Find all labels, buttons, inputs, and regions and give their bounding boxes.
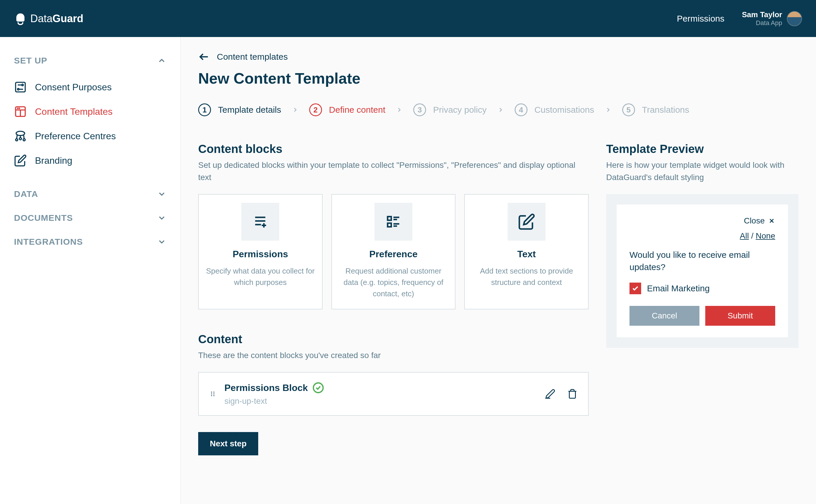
preview-desc: Here is how your template widget would l… bbox=[606, 159, 799, 184]
preview-close[interactable]: Close bbox=[630, 216, 775, 225]
step-template-details[interactable]: 1 Template details bbox=[198, 103, 281, 116]
sidebar-section-setup[interactable]: SET UP bbox=[14, 49, 166, 73]
close-icon bbox=[768, 217, 775, 224]
preview-all-none: All / None bbox=[630, 231, 775, 241]
svg-point-29 bbox=[211, 392, 212, 393]
block-desc: Specify what data you collect for which … bbox=[206, 265, 315, 288]
chevron-down-icon bbox=[157, 213, 166, 223]
brand-name: DataGuard bbox=[30, 13, 83, 25]
sliders-icon bbox=[14, 81, 27, 94]
step-label: Define content bbox=[329, 105, 385, 115]
step-define-content[interactable]: 2 Define content bbox=[309, 103, 385, 116]
sidebar-section-integrations[interactable]: INTEGRATIONS bbox=[14, 230, 166, 254]
svg-point-31 bbox=[211, 393, 212, 394]
step-label: Template details bbox=[218, 105, 281, 115]
sidebar-item-label: Branding bbox=[35, 155, 72, 166]
svg-rect-0 bbox=[16, 82, 25, 92]
sidebar-section-documents[interactable]: DOCUMENTS bbox=[14, 206, 166, 230]
svg-point-15 bbox=[19, 138, 21, 140]
sidebar-section-title: DATA bbox=[14, 189, 38, 199]
step-number: 3 bbox=[413, 103, 426, 116]
block-card-preference[interactable]: Preference Request additional customer d… bbox=[331, 194, 456, 309]
edit-icon bbox=[14, 154, 27, 167]
block-title: Permissions bbox=[206, 249, 315, 260]
preview-box: Close All / None Would you like to recei… bbox=[606, 194, 799, 348]
drag-handle-icon[interactable] bbox=[209, 390, 216, 397]
sidebar-section-data[interactable]: DATA bbox=[14, 182, 166, 206]
brand-icon bbox=[14, 12, 27, 25]
edit-box-icon bbox=[518, 213, 535, 230]
sidebar-item-content-templates[interactable]: Content Templates bbox=[14, 99, 166, 124]
content-item: Permissions Block sign-up-text bbox=[198, 372, 589, 416]
chevron-right-icon bbox=[396, 106, 403, 113]
preview-all-link[interactable]: All bbox=[740, 231, 749, 240]
content-item-subtitle: sign-up-text bbox=[224, 396, 537, 406]
user-menu[interactable]: Sam Taylor Data App bbox=[742, 10, 802, 27]
preview-submit-button[interactable]: Submit bbox=[705, 306, 775, 326]
sidebar: SET UP Consent Purposes Content Template… bbox=[0, 37, 181, 504]
svg-point-4 bbox=[17, 89, 19, 90]
next-step-button[interactable]: Next step bbox=[198, 432, 258, 455]
content-title: Content bbox=[198, 333, 589, 346]
breadcrumb-label: Content templates bbox=[217, 52, 288, 62]
preview-none-link[interactable]: None bbox=[756, 231, 775, 240]
content-item-title: Permissions Block bbox=[224, 383, 308, 393]
trash-icon[interactable] bbox=[567, 389, 578, 399]
logo[interactable]: DataGuard bbox=[14, 12, 83, 25]
layout-icon bbox=[14, 105, 27, 118]
sidebar-item-branding[interactable]: Branding bbox=[14, 148, 166, 173]
block-title: Preference bbox=[339, 249, 448, 260]
svg-point-32 bbox=[213, 393, 214, 394]
nav-permissions[interactable]: Permissions bbox=[677, 14, 724, 24]
svg-rect-23 bbox=[387, 217, 391, 221]
block-card-permissions[interactable]: Permissions Specify what data you collec… bbox=[198, 194, 322, 309]
step-label: Translations bbox=[642, 105, 689, 115]
step-number: 5 bbox=[622, 103, 635, 116]
sidebar-section-title: SET UP bbox=[14, 56, 47, 66]
sidebar-item-consent-purposes[interactable]: Consent Purposes bbox=[14, 75, 166, 99]
sidebar-item-preference-centres[interactable]: Preference Centres bbox=[14, 124, 166, 148]
checkbox-icon[interactable] bbox=[630, 283, 641, 294]
preview-question: Would you like to receive email updates? bbox=[630, 249, 775, 273]
svg-line-13 bbox=[24, 135, 24, 139]
svg-point-16 bbox=[23, 139, 25, 141]
breadcrumb[interactable]: Content templates bbox=[198, 51, 799, 63]
step-privacy-policy[interactable]: 3 Privacy policy bbox=[413, 103, 487, 116]
checkbox-label: Email Marketing bbox=[647, 283, 710, 293]
arrow-left-icon bbox=[198, 51, 210, 63]
svg-point-30 bbox=[213, 392, 214, 393]
step-number: 4 bbox=[515, 103, 528, 116]
check-circle-icon bbox=[312, 382, 324, 394]
sidebar-item-label: Consent Purposes bbox=[35, 82, 112, 93]
chevron-down-icon bbox=[157, 237, 166, 246]
edit-icon[interactable] bbox=[545, 389, 556, 399]
avatar[interactable] bbox=[787, 11, 802, 26]
list-plus-icon bbox=[251, 213, 269, 230]
chevron-right-icon bbox=[605, 106, 612, 113]
svg-point-9 bbox=[19, 108, 20, 109]
checklist-icon bbox=[385, 213, 402, 230]
block-card-text[interactable]: Text Add text sections to provide struct… bbox=[464, 194, 589, 309]
step-number: 1 bbox=[198, 103, 211, 116]
sidebar-item-label: Preference Centres bbox=[35, 131, 116, 142]
step-customisations[interactable]: 4 Customisations bbox=[515, 103, 594, 116]
svg-point-8 bbox=[17, 108, 18, 109]
step-translations[interactable]: 5 Translations bbox=[622, 103, 689, 116]
svg-point-10 bbox=[16, 131, 24, 136]
preview-cancel-button[interactable]: Cancel bbox=[630, 306, 699, 326]
step-label: Customisations bbox=[535, 105, 594, 115]
user-name: Sam Taylor bbox=[742, 10, 782, 19]
block-desc: Add text sections to provide structure a… bbox=[472, 265, 581, 288]
block-title: Text bbox=[472, 249, 581, 260]
svg-point-2 bbox=[22, 84, 23, 86]
preview-checkbox-row[interactable]: Email Marketing bbox=[630, 283, 775, 294]
block-desc: Request additional customer data (e.g. t… bbox=[339, 265, 448, 299]
header: DataGuard Permissions Sam Taylor Data Ap… bbox=[0, 0, 816, 37]
chevron-down-icon bbox=[157, 189, 166, 199]
sidebar-section-title: INTEGRATIONS bbox=[14, 237, 83, 247]
svg-point-34 bbox=[213, 395, 214, 396]
stepper: 1 Template details 2 Define content 3 Pr… bbox=[198, 103, 799, 116]
content-desc: These are the content blocks you've crea… bbox=[198, 349, 589, 362]
header-right: Permissions Sam Taylor Data App bbox=[677, 10, 802, 27]
user-app: Data App bbox=[742, 19, 782, 27]
